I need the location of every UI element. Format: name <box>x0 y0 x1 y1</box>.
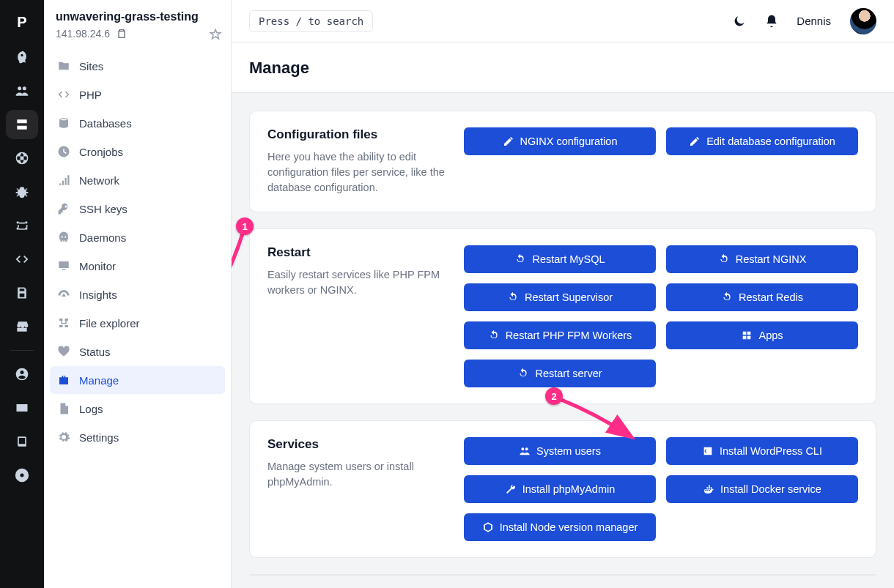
rail-item-support[interactable] <box>6 461 38 490</box>
sidebar-item-sshkeys[interactable]: SSH keys <box>50 195 225 223</box>
pencil-icon <box>503 135 514 147</box>
username-label[interactable]: Dennis <box>797 15 831 27</box>
button-label: Install WordPress CLI <box>720 445 822 457</box>
app-logo[interactable]: P <box>6 6 38 38</box>
button-label: Restart Supervisor <box>525 291 613 303</box>
card-desc: Manage system users or install phpMyAdmi… <box>267 459 446 490</box>
card-bottom-peek <box>249 574 876 576</box>
user-circle-icon <box>15 367 29 382</box>
rocket-icon <box>15 50 29 64</box>
users-icon <box>15 83 29 98</box>
page-title: Manage <box>249 59 876 78</box>
rail-item-domains[interactable] <box>6 144 38 173</box>
sidebar-item-settings[interactable]: Settings <box>50 423 225 451</box>
restart-button-restart-php-fpm-workers[interactable]: Restart PHP FPM Workers <box>464 321 656 349</box>
server-ip: 141.98.24.6 <box>56 28 110 40</box>
services-button-install-node-version-manager[interactable]: Install Node version manager <box>464 513 656 541</box>
sidebar-item-monitor[interactable]: Monitor <box>50 252 225 280</box>
rail-item-marketplace[interactable] <box>6 312 38 341</box>
sync-icon <box>517 368 529 379</box>
services-button-system-users[interactable]: System users <box>464 437 656 465</box>
button-label: Restart Redis <box>739 291 803 303</box>
restart-button-restart-nginx[interactable]: Restart NGINX <box>666 245 858 273</box>
sidebar-item-daemons[interactable]: Daemons <box>50 223 225 251</box>
sync-icon <box>507 291 519 303</box>
restart-button-restart-mysql[interactable]: Restart MySQL <box>464 245 656 273</box>
button-label: System users <box>536 445 601 457</box>
services-button-install-phpmyadmin[interactable]: Install phpMyAdmin <box>464 475 656 503</box>
pencil-icon <box>689 135 701 147</box>
card-title: Services <box>267 437 446 452</box>
config-button-edit-database-configuration[interactable]: Edit database configuration <box>666 127 858 155</box>
rail-item-billing[interactable] <box>6 393 38 423</box>
sidebar: unwavering-grass-testing 141.98.24.6 Sit… <box>44 0 232 588</box>
theme-toggle[interactable] <box>729 11 750 31</box>
sidebar-item-insights[interactable]: Insights <box>50 280 225 308</box>
rail-item-docs[interactable] <box>6 427 38 456</box>
tree-icon <box>57 316 70 330</box>
button-label: Install Docker service <box>720 483 821 495</box>
sidebar-item-cronjobs[interactable]: Cronjobs <box>50 138 225 165</box>
rail-separator <box>10 350 34 351</box>
sidebar-item-label: Daemons <box>79 231 126 244</box>
globe-icon <box>15 151 29 165</box>
grid-icon <box>741 330 753 341</box>
icon-rail: P <box>0 0 44 588</box>
sidebar-item-label: Cronjobs <box>79 146 123 158</box>
notifications-button[interactable] <box>761 11 782 31</box>
star-icon[interactable] <box>209 28 222 41</box>
rail-item-launch[interactable] <box>6 42 38 72</box>
button-label: Install Node version manager <box>500 521 638 533</box>
restart-button-restart-server[interactable]: Restart server <box>464 360 656 387</box>
content: Configuration files Here you have the ab… <box>232 93 894 588</box>
card-desc: Easily restart services like PHP FPM wor… <box>267 267 446 298</box>
clipboard-icon[interactable] <box>116 28 128 40</box>
sidebar-item-sites[interactable]: Sites <box>50 52 225 80</box>
config-button-nginx-configuration[interactable]: NGINX configuration <box>464 127 656 155</box>
topbar: Press / to search Dennis <box>232 0 894 42</box>
sidebar-item-databases[interactable]: Databases <box>50 109 225 137</box>
lifebuoy-icon <box>15 468 29 483</box>
rail-item-account[interactable] <box>6 360 38 389</box>
sidebar-item-fileexplorer[interactable]: File explorer <box>50 309 225 337</box>
restart-button-restart-supervisor[interactable]: Restart Supervisor <box>464 283 656 311</box>
sidebar-item-status[interactable]: Status <box>50 338 225 365</box>
sidebar-item-manage[interactable]: Manage <box>50 366 225 394</box>
card-configuration-files: Configuration files Here you have the ab… <box>249 111 876 212</box>
rail-item-teams[interactable] <box>6 76 38 105</box>
code-icon <box>57 88 70 101</box>
button-label: NGINX configuration <box>520 135 618 147</box>
restart-button-apps[interactable]: Apps <box>666 321 858 349</box>
sidebar-item-network[interactable]: Network <box>50 166 225 194</box>
heart-icon <box>57 345 70 358</box>
button-label: Restart PHP FPM Workers <box>506 330 632 341</box>
card-restart: Restart Easily restart services like PHP… <box>249 228 876 404</box>
avatar[interactable] <box>850 8 876 34</box>
store-icon <box>15 319 29 334</box>
rail-item-graph[interactable] <box>6 211 38 240</box>
rail-item-servers[interactable] <box>6 110 38 139</box>
save-icon <box>15 286 29 300</box>
search-input[interactable]: Press / to search <box>249 10 373 32</box>
restart-button-restart-redis[interactable]: Restart Redis <box>666 283 858 311</box>
node-icon <box>482 521 494 533</box>
moon-icon <box>732 14 747 29</box>
main: Press / to search Dennis Manage Configur… <box>232 0 894 588</box>
rail-item-backups[interactable] <box>6 278 38 308</box>
sidebar-item-php[interactable]: PHP <box>50 81 225 108</box>
gauge-icon <box>57 288 70 301</box>
services-button-install-docker-service[interactable]: Install Docker service <box>666 475 858 503</box>
rail-item-code[interactable] <box>6 245 38 274</box>
users-icon <box>519 445 531 457</box>
rail-item-bugs[interactable] <box>6 177 38 206</box>
folder-icon <box>57 59 70 72</box>
monitor-icon <box>57 259 70 272</box>
sidebar-item-label: File explorer <box>79 317 140 330</box>
button-label: Install phpMyAdmin <box>522 483 616 495</box>
graph-icon <box>15 218 29 233</box>
button-label: Edit database configuration <box>706 135 835 147</box>
sidebar-item-logs[interactable]: Logs <box>50 395 225 423</box>
skull-icon <box>57 231 70 244</box>
button-label: Apps <box>758 330 783 341</box>
services-button-install-wordpress-cli[interactable]: Install WordPress CLI <box>666 437 858 465</box>
